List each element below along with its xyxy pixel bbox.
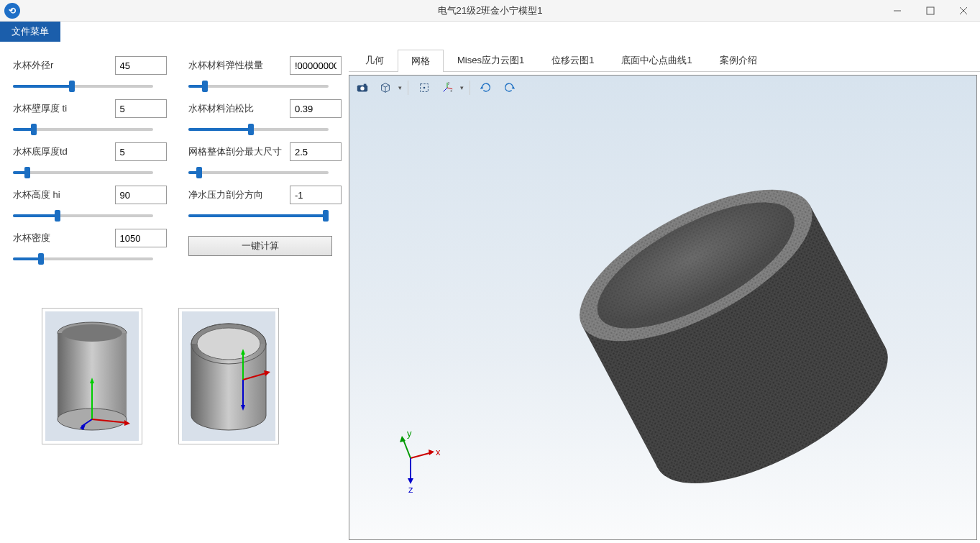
file-menu[interactable]: 文件菜单 bbox=[0, 22, 60, 42]
maximize-button[interactable] bbox=[914, 0, 947, 22]
svg-line-33 bbox=[444, 88, 447, 91]
calculate-button[interactable]: 一键计算 bbox=[188, 236, 332, 256]
param-label: 网格整体剖分最大尺寸 bbox=[188, 145, 282, 158]
param-left-3: 水杯高度 hi bbox=[13, 186, 167, 222]
svg-rect-1 bbox=[927, 7, 934, 14]
svg-text:y: y bbox=[407, 429, 412, 439]
param-input[interactable] bbox=[290, 142, 342, 161]
param-left-1: 水杯壁厚度 ti bbox=[13, 99, 167, 135]
tab-0[interactable]: 几何 bbox=[352, 49, 398, 71]
svg-text:x: x bbox=[436, 447, 441, 457]
svg-marker-52 bbox=[408, 478, 413, 484]
svg-point-8 bbox=[62, 324, 122, 342]
svg-marker-36 bbox=[480, 86, 484, 89]
viewer-panel: 几何网格Mises应力云图1位移云图1底面中心点曲线1案例介绍 ▾ yx ▾ bbox=[349, 42, 980, 543]
svg-text:y: y bbox=[448, 81, 450, 85]
param-label: 水杯密度 bbox=[13, 232, 50, 245]
param-slider[interactable] bbox=[188, 122, 329, 135]
param-slider[interactable] bbox=[188, 79, 329, 92]
svg-text:z: z bbox=[408, 484, 413, 494]
title-bar: ⟲ 电气21级2班金小宁模型1 bbox=[0, 0, 980, 22]
param-label: 水杯底厚度td bbox=[13, 145, 68, 158]
svg-rect-28 bbox=[364, 84, 367, 86]
param-input[interactable] bbox=[115, 56, 167, 75]
minimize-button[interactable] bbox=[881, 0, 914, 22]
tab-5[interactable]: 案例介绍 bbox=[706, 49, 771, 71]
tab-4[interactable]: 底面中心点曲线1 bbox=[608, 49, 705, 71]
svg-point-30 bbox=[423, 87, 426, 89]
param-slider[interactable] bbox=[13, 79, 153, 92]
param-label: 水杯壁厚度 ti bbox=[13, 102, 67, 115]
param-slider[interactable] bbox=[13, 209, 153, 222]
tab-2[interactable]: Mises应力云图1 bbox=[444, 49, 538, 71]
svg-marker-46 bbox=[429, 450, 434, 455]
viewer-toolbar: ▾ yx ▾ bbox=[352, 78, 519, 97]
parameter-panel: 水杯外径r水杯材料弹性模量水杯壁厚度 ti水杯材料泊松比水杯底厚度td网格整体剖… bbox=[0, 42, 349, 543]
param-right-0: 水杯材料弹性模量 bbox=[188, 56, 342, 92]
rotate-cw-icon[interactable] bbox=[499, 78, 519, 97]
close-button[interactable] bbox=[947, 0, 980, 22]
param-label: 净水压力剖分方向 bbox=[188, 188, 263, 201]
param-input[interactable] bbox=[115, 142, 167, 161]
param-input[interactable] bbox=[290, 99, 342, 118]
param-input[interactable] bbox=[115, 229, 167, 247]
axis-gizmo: x y z bbox=[393, 429, 443, 496]
param-right-3: 净水压力剖分方向 bbox=[188, 186, 342, 222]
rotate-ccw-icon[interactable] bbox=[476, 78, 496, 97]
param-slider[interactable] bbox=[13, 165, 153, 178]
param-label: 水杯高度 hi bbox=[13, 188, 60, 201]
svg-point-19 bbox=[197, 328, 260, 360]
param-label: 水杯外径r bbox=[13, 59, 53, 72]
svg-text:x: x bbox=[451, 89, 453, 93]
param-label: 水杯材料泊松比 bbox=[188, 102, 254, 115]
tab-1[interactable]: 网格 bbox=[398, 50, 444, 72]
param-right-2: 网格整体剖分最大尺寸 bbox=[188, 142, 342, 178]
window-controls bbox=[881, 0, 980, 22]
app-icon: ⟲ bbox=[4, 3, 20, 19]
param-slider[interactable] bbox=[13, 252, 153, 265]
camera-icon[interactable] bbox=[352, 78, 372, 97]
axis-icon[interactable]: yx bbox=[437, 78, 457, 97]
param-right-1: 水杯材料泊松比 bbox=[188, 99, 342, 135]
3d-viewport[interactable]: ▾ yx ▾ bbox=[349, 75, 977, 540]
tab-3[interactable]: 位移云图1 bbox=[538, 49, 608, 71]
param-left-0: 水杯外径r bbox=[13, 56, 167, 92]
param-left-4: 水杯密度 bbox=[13, 229, 167, 265]
param-input[interactable] bbox=[290, 56, 342, 75]
svg-line-45 bbox=[411, 452, 432, 458]
window-title: 电气21级2班金小宁模型1 bbox=[438, 4, 543, 17]
param-slider[interactable] bbox=[188, 209, 329, 222]
menu-bar: 文件菜单 bbox=[0, 22, 980, 42]
preview-image-1 bbox=[42, 308, 142, 444]
param-slider[interactable] bbox=[188, 165, 329, 178]
param-input[interactable] bbox=[115, 99, 167, 118]
tab-bar: 几何网格Mises应力云图1位移云图1底面中心点曲线1案例介绍 bbox=[349, 49, 980, 72]
mesh-render bbox=[349, 76, 976, 539]
param-label: 水杯材料弹性模量 bbox=[188, 59, 263, 72]
param-input[interactable] bbox=[290, 186, 342, 204]
param-left-2: 水杯底厚度td bbox=[13, 142, 167, 178]
svg-point-27 bbox=[360, 86, 364, 90]
cube-icon[interactable] bbox=[375, 78, 395, 97]
preview-area bbox=[42, 308, 342, 444]
param-slider[interactable] bbox=[13, 122, 153, 135]
param-input[interactable] bbox=[115, 186, 167, 204]
preview-image-2 bbox=[178, 308, 279, 444]
fit-icon[interactable] bbox=[414, 78, 434, 97]
svg-marker-37 bbox=[512, 86, 516, 89]
